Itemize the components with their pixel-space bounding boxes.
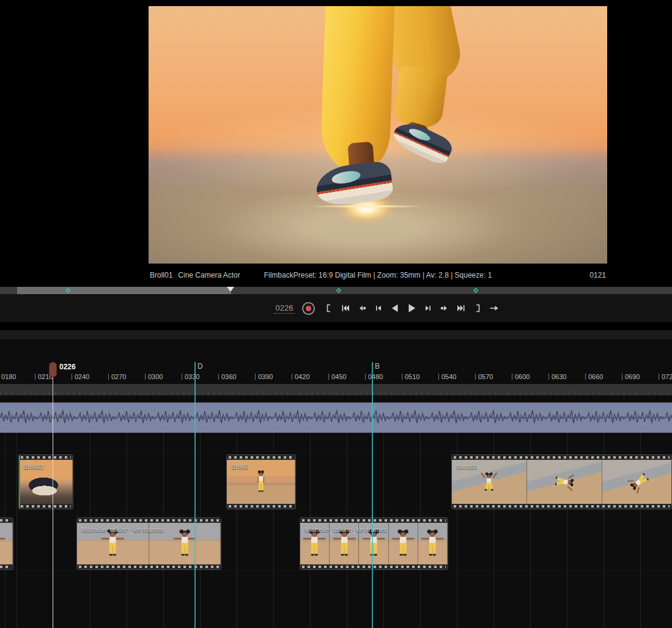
set-playback-start-button[interactable] <box>322 303 336 314</box>
filmstrip-perforations <box>0 564 13 569</box>
set-playback-end-button[interactable] <box>471 303 484 314</box>
clip-flourish[interactable]: flourish <box>451 454 672 509</box>
frame-input[interactable]: 0226 <box>274 303 295 314</box>
character-thumbnail-figure <box>623 466 655 498</box>
jump-to-start-button[interactable] <box>339 303 352 314</box>
play-reverse-icon <box>390 303 401 314</box>
transport-bar: 0226 <box>0 294 672 322</box>
audio-waveform <box>0 403 672 432</box>
clip-label: Michelle_talking_keyframes <box>305 526 387 533</box>
video-track-2: Michelle_talking_keyframes <box>0 515 672 571</box>
character-thumbnail-figure <box>390 527 416 560</box>
play-reverse-button[interactable] <box>388 303 402 314</box>
filmstrip-perforations <box>77 518 221 523</box>
filmstrip-perforations <box>19 504 73 509</box>
clip-label: Broll01 <box>23 463 44 470</box>
clip-thumbnail <box>418 523 448 564</box>
playback-direction-button[interactable] <box>487 303 501 314</box>
lens-flare-streak <box>309 205 424 207</box>
filmstrip-perforations <box>300 518 448 523</box>
timeline-toolbar <box>0 330 672 339</box>
marker-label-b[interactable]: B <box>375 362 380 371</box>
jump-to-start-icon <box>341 303 350 313</box>
camera-label: Cine Camera Actor <box>178 271 240 279</box>
filmstrip-perforations <box>227 455 295 460</box>
camera-viewport[interactable] <box>149 6 607 264</box>
record-icon <box>306 306 311 311</box>
ruler-tick: 0390 <box>255 373 292 380</box>
play-forward-icon <box>406 303 417 314</box>
clip-broll01[interactable]: Broll01 <box>18 454 73 509</box>
shot-label: Broll01 <box>150 271 172 279</box>
ruler-tick: 0540 <box>438 373 475 380</box>
keyframe-diamond-icon[interactable] <box>473 288 478 293</box>
character-thumbnail-figure <box>251 469 271 495</box>
playhead-line[interactable] <box>53 377 53 628</box>
clip-partial[interactable] <box>0 517 13 570</box>
jump-to-end-button[interactable] <box>454 303 468 314</box>
ruler-tick: 0180 <box>0 373 35 380</box>
marker-line-d[interactable] <box>194 362 196 628</box>
filmstrip-perforations <box>77 564 221 569</box>
filmstrip-perforations <box>0 518 13 523</box>
timeline-subruler[interactable] <box>0 384 672 396</box>
clip-label: Michelle_talking_keyframes <box>81 526 164 533</box>
ruler-tick: 0570 <box>475 373 512 380</box>
next-keyframe-icon <box>440 303 449 313</box>
ruler-tick: 0450 <box>328 373 365 380</box>
previous-keyframe-icon <box>357 303 367 313</box>
sequencer-window: Broll01 Cine Camera Actor FilmbackPreset… <box>0 0 672 628</box>
marker-label-d[interactable]: D <box>198 362 203 371</box>
ruler-tick: 0510 <box>402 373 438 380</box>
step-forward-button[interactable] <box>421 303 435 314</box>
ruler-tick: 0600 <box>512 373 548 380</box>
playback-direction-icon <box>489 303 499 313</box>
video-track-1: Broll01 Broll0 <box>0 451 672 511</box>
record-button[interactable] <box>302 302 315 315</box>
viewport-area: Broll01 Cine Camera Actor FilmbackPreset… <box>0 0 672 287</box>
filmstrip-perforations <box>452 455 671 460</box>
range-playhead-caret-icon[interactable] <box>227 287 234 292</box>
viewport-frame-counter: 0121 <box>589 271 606 279</box>
ruler-tick: 0630 <box>548 373 585 380</box>
ruler-tick: 0270 <box>108 373 145 380</box>
playhead-frame-label: 0226 <box>59 363 76 371</box>
filmstrip-perforations <box>227 504 295 509</box>
range-active-region[interactable] <box>17 287 231 294</box>
set-playback-start-icon <box>324 303 334 313</box>
character-thumbnail-figure <box>0 527 7 560</box>
previous-keyframe-button[interactable] <box>355 303 369 314</box>
character-thumbnail-figure <box>479 469 499 495</box>
audio-track[interactable] <box>0 402 672 433</box>
filmstrip-perforations <box>19 455 73 460</box>
clip-michelle-1[interactable]: Michelle_talking_keyframes <box>76 517 221 570</box>
character-thumbnail-figure <box>419 527 445 560</box>
clip-thumbnail <box>527 460 602 504</box>
playhead-marker[interactable] <box>49 362 57 377</box>
jump-to-end-icon <box>456 303 466 313</box>
clip-label: Broll0 <box>231 463 248 470</box>
set-playback-end-icon <box>473 303 482 313</box>
clip-broll0[interactable]: Broll0 <box>226 454 296 509</box>
playback-range-bar[interactable] <box>0 287 672 294</box>
step-backward-icon <box>374 303 383 313</box>
transport-controls: 0226 <box>274 301 501 316</box>
ruler-tick: 0660 <box>585 373 622 380</box>
marker-line-b[interactable] <box>372 362 373 628</box>
ruler-tick: 0690 <box>622 373 659 380</box>
keyframe-diamond-icon[interactable] <box>336 288 341 293</box>
step-backward-button[interactable] <box>372 303 385 314</box>
ruler-tick: 0300 <box>145 373 182 380</box>
character-thumbnail-figure <box>550 470 578 493</box>
clip-thumbnail <box>0 523 13 564</box>
ruler-tick: 0720 <box>659 373 672 380</box>
play-forward-button[interactable] <box>405 303 418 314</box>
ruler-tick: 0480 <box>365 373 402 380</box>
ruler-tick: 0240 <box>72 373 108 380</box>
filmback-info: FilmbackPreset: 16:9 Digital Film | Zoom… <box>264 271 492 279</box>
character-far-calf <box>393 65 448 130</box>
next-keyframe-button[interactable] <box>438 303 451 314</box>
timeline-ruler[interactable]: 0180021002400270030003300360039004200450… <box>0 373 672 383</box>
filmstrip-perforations <box>300 564 448 569</box>
clip-michelle-2[interactable]: Michelle_talking_keyframes <box>300 517 448 570</box>
